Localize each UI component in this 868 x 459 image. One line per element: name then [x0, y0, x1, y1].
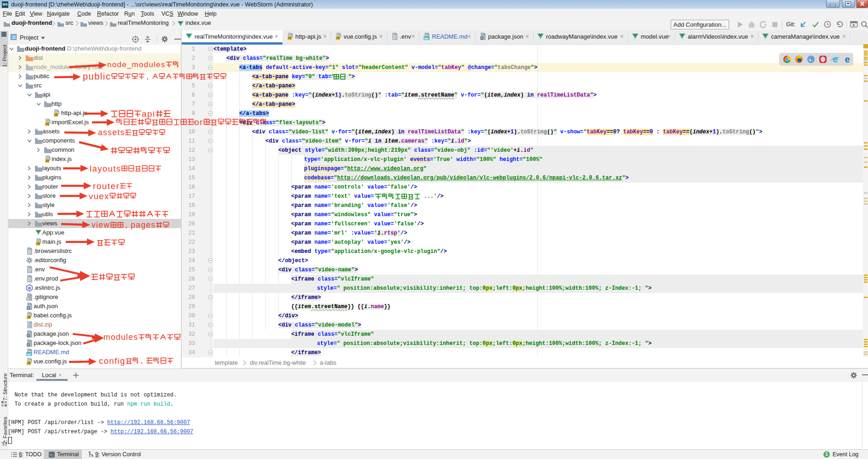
svg-text:public: public	[83, 71, 111, 81]
svg-text:view: view	[92, 220, 110, 230]
svg-text:assets: assets	[98, 128, 125, 137]
svg-text:modules: modules	[103, 333, 138, 342]
svg-text:router: router	[93, 181, 120, 191]
svg-text:or: or	[195, 117, 203, 127]
svg-text:api: api	[142, 109, 155, 119]
svg-text:node_modules: node_modules	[107, 60, 166, 69]
svg-text:layouts: layouts	[90, 164, 121, 173]
svg-text:config: config	[99, 356, 126, 366]
svg-text:pages: pages	[131, 220, 155, 230]
svg-text:vuex: vuex	[89, 191, 109, 201]
